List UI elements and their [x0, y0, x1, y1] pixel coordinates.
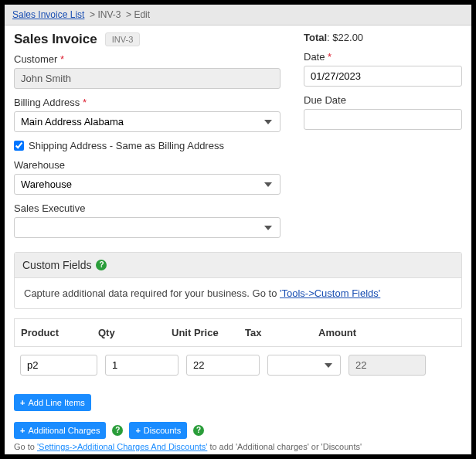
col-product: Product: [21, 327, 98, 338]
col-unit-price: Unit Price: [172, 327, 245, 338]
charges-hint: Go to 'Settings->Additional Charges And …: [14, 442, 462, 451]
breadcrumb-root-link[interactable]: Sales Invoice List: [12, 9, 84, 20]
due-date-input[interactable]: [304, 109, 462, 130]
line-amount-input: [348, 355, 426, 376]
col-tax: Tax: [245, 327, 318, 338]
sales-exec-label: Sales Executive: [14, 202, 280, 214]
plus-icon: +: [20, 426, 25, 435]
total-label: Total: [304, 32, 327, 43]
line-qty-input[interactable]: [105, 355, 178, 376]
warehouse-select[interactable]: Warehouse: [14, 174, 280, 195]
customer-label: Customer: [14, 53, 280, 65]
discounts-label: Discounts: [144, 426, 181, 435]
custom-fields-section: Custom Fields ? Capture additional data …: [14, 252, 462, 309]
total-value: $22.00: [332, 32, 363, 43]
due-date-label: Due Date: [304, 94, 462, 106]
additional-charges-button[interactable]: + Additional Charges: [14, 422, 106, 439]
line-tax-select[interactable]: [267, 355, 341, 376]
help-icon[interactable]: ?: [112, 425, 123, 436]
line-unit-price-input[interactable]: [186, 355, 260, 376]
breadcrumb: Sales Invoice List > INV-3 > Edit: [5, 5, 471, 26]
sales-exec-select[interactable]: [14, 217, 280, 238]
total-line: Total: $22.00: [304, 32, 462, 43]
discounts-button[interactable]: + Discounts: [129, 422, 187, 439]
customer-input[interactable]: [14, 68, 280, 89]
shipping-same-checkbox[interactable]: [14, 141, 24, 151]
charges-hint-link[interactable]: 'Settings->Additional Charges And Discou…: [37, 442, 207, 451]
breadcrumb-tail: Edit: [134, 9, 150, 20]
line-item-row: [14, 347, 462, 383]
add-line-label: Add Line Items: [28, 398, 84, 407]
billing-select[interactable]: Main Address Alabama: [14, 111, 280, 132]
line-items-header: Product Qty Unit Price Tax Amount: [14, 318, 462, 347]
breadcrumb-mid: INV-3: [97, 9, 121, 20]
warehouse-label: Warehouse: [14, 159, 280, 171]
date-input[interactable]: [304, 66, 462, 87]
custom-fields-link[interactable]: 'Tools->Custom Fields': [280, 287, 380, 299]
shipping-same-label: Shipping Address - Same as Billing Addre…: [29, 140, 224, 151]
add-line-items-button[interactable]: + Add Line Items: [14, 394, 91, 411]
plus-icon: +: [135, 426, 140, 435]
custom-fields-title: Custom Fields: [22, 259, 91, 271]
invoice-tag: INV-3: [105, 32, 141, 46]
additional-charges-label: Additional Charges: [28, 426, 100, 435]
col-qty: Qty: [98, 327, 172, 338]
custom-fields-text: Capture additional data required for you…: [24, 287, 280, 299]
col-amount: Amount: [318, 327, 396, 338]
billing-label: Billing Address: [14, 97, 280, 108]
help-icon[interactable]: ?: [193, 425, 204, 436]
line-product-input[interactable]: [20, 355, 97, 376]
plus-icon: +: [20, 398, 25, 407]
page-title: Sales Invoice: [14, 32, 97, 47]
help-icon[interactable]: ?: [96, 260, 107, 270]
date-label: Date: [304, 51, 462, 63]
